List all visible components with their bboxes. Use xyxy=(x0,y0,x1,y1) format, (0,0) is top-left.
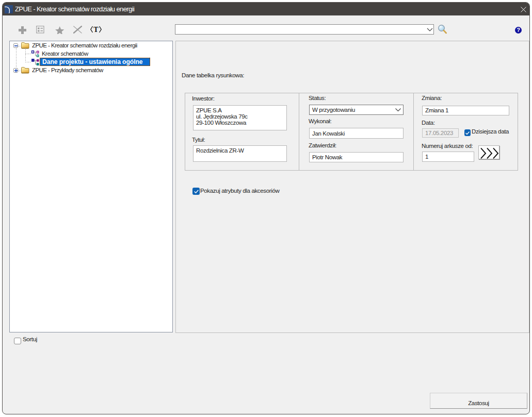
svg-text:T: T xyxy=(93,26,99,33)
